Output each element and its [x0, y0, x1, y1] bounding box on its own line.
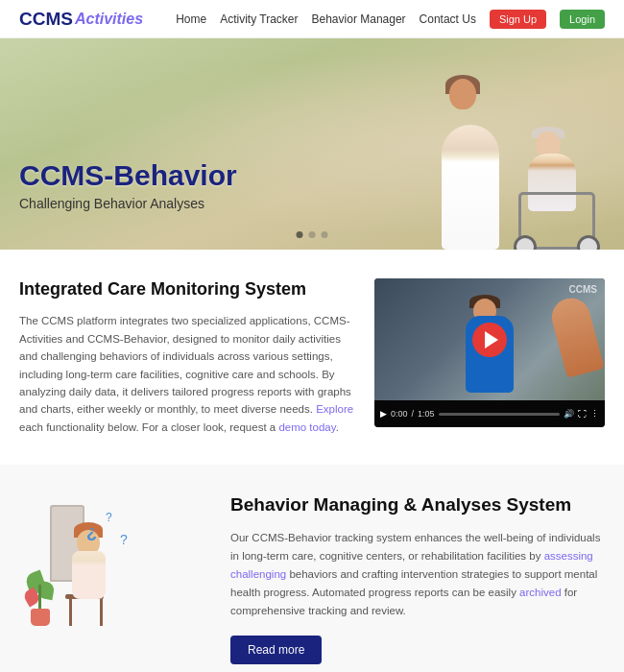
play-button[interactable]	[472, 323, 507, 357]
illus-stool-leg1	[69, 597, 72, 626]
volume-icon[interactable]: 🔊	[564, 409, 574, 419]
hero-section: CCMS-Behavior Challenging Behavior Analy…	[0, 38, 624, 250]
highlight-assessing: assessing	[544, 550, 593, 562]
integrated-heading: Integrated Care Monitoring System	[19, 278, 355, 300]
navbar: CCMS Activities Home Activity Tracker Be…	[0, 0, 624, 38]
hero-image-area	[281, 38, 625, 250]
explore-link[interactable]: Explore	[316, 403, 353, 415]
logo-activities: Activities	[75, 11, 143, 28]
progress-bar[interactable]	[439, 413, 560, 416]
behavior-heading: Behavior Managing & Analyses System	[230, 493, 605, 517]
illus-body	[72, 551, 106, 599]
video-watermark: CCMS	[569, 284, 597, 295]
nav-home[interactable]: Home	[176, 12, 206, 26]
illus-plant-pot	[31, 609, 50, 626]
video-controls: ▶ 0:00 / 1:05 🔊 ⛶ ⋮	[374, 400, 605, 427]
fullscreen-icon[interactable]: ⛶	[578, 409, 587, 419]
signup-button[interactable]: Sign Up	[490, 10, 546, 29]
behavior-content: Behavior Managing & Analyses System Our …	[230, 493, 605, 664]
illus-plant-stem	[38, 585, 41, 612]
hero-title: CCMS-Behavior	[19, 159, 237, 192]
time-total: 1:05	[418, 409, 435, 419]
login-button[interactable]: Login	[560, 10, 605, 29]
behavior-body: Our CCMS-Behavior tracking system enhanc…	[230, 529, 605, 620]
wheelchair	[518, 192, 595, 250]
hero-subtitle: Challenging Behavior Analyses	[19, 196, 237, 211]
elderly-figure	[518, 134, 605, 250]
behavior-illustration: ¿ ? ?	[19, 493, 202, 666]
illustration: ¿ ? ?	[19, 493, 182, 666]
read-more-button[interactable]: Read more	[230, 636, 322, 664]
illus-sitting-person	[72, 551, 106, 599]
play-ctrl-button[interactable]: ▶	[380, 409, 387, 419]
more-icon[interactable]: ⋮	[590, 409, 599, 419]
dot-2[interactable]	[309, 231, 316, 238]
ctrl-right: 🔊 ⛶ ⋮	[564, 409, 599, 419]
nurse-figure	[432, 96, 509, 250]
play-icon	[485, 331, 498, 348]
qmark-small: ?	[106, 511, 112, 524]
video-hand	[547, 294, 604, 378]
nav-links: Home Activity Tracker Behavior Manager C…	[176, 10, 605, 29]
integrated-body: The CCMS platform integrates two special…	[19, 312, 355, 436]
demo-link[interactable]: demo today	[278, 421, 335, 433]
time-current: 0:00	[391, 409, 408, 419]
qmark-large: ¿	[86, 522, 97, 542]
hero-people	[432, 96, 605, 250]
dot-1[interactable]	[297, 231, 303, 238]
highlight-archived: archived	[519, 587, 561, 598]
time-sep: /	[412, 409, 415, 419]
behavior-section: ¿ ? ? Behavior Managing & Analyses Syste…	[0, 465, 624, 672]
integrated-section: Integrated Care Monitoring System The CC…	[0, 250, 624, 465]
video-player[interactable]: CCMS ▶ 0:00 / 1:05 🔊 ⛶ ⋮	[374, 278, 605, 427]
logo-ccms: CCMS	[19, 9, 73, 30]
hero-text: CCMS-Behavior Challenging Behavior Analy…	[19, 159, 237, 211]
logo[interactable]: CCMS Activities	[19, 9, 143, 30]
wheel-left	[514, 235, 537, 250]
nurse-body	[442, 125, 499, 250]
nav-behavior-manager[interactable]: Behavior Manager	[312, 12, 406, 26]
qmark-medium: ?	[120, 532, 128, 547]
nav-contact-us[interactable]: Contact Us	[420, 12, 476, 26]
wheel-right	[577, 235, 600, 250]
nurse-head	[449, 79, 476, 109]
hero-dots[interactable]	[297, 231, 328, 238]
illus-stool-leg2	[100, 597, 103, 626]
video-thumbnail: CCMS	[374, 278, 605, 400]
dot-3[interactable]	[322, 231, 328, 238]
nav-activity-tracker[interactable]: Activity Tracker	[220, 12, 298, 26]
integrated-left: Integrated Care Monitoring System The CC…	[19, 278, 355, 436]
integrated-right: CCMS ▶ 0:00 / 1:05 🔊 ⛶ ⋮	[374, 278, 605, 427]
highlight-challenging: challenging	[230, 568, 286, 580]
